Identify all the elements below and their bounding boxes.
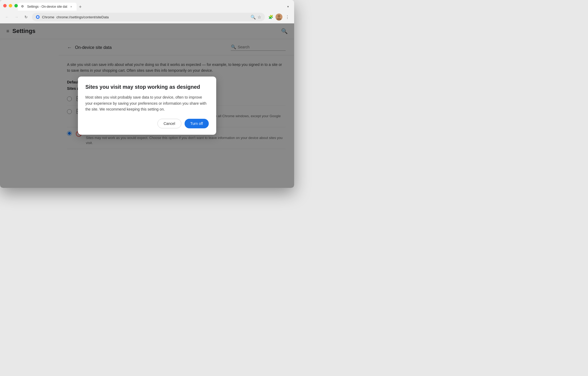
tabs-row: ⚙ Settings - On-device site dat × + [18,3,84,11]
window-menu-button[interactable]: ▾ [285,4,291,10]
chrome-label: Chrome [42,15,54,19]
maximize-button[interactable] [14,4,18,7]
toolbar: ← → ↻ Chrome chrome://settings/content/s… [0,11,294,23]
dialog-title: Sites you visit may stop working as desi… [85,84,209,90]
active-tab[interactable]: ⚙ Settings - On-device site dat × [18,3,77,11]
tab-favicon-icon: ⚙ [21,5,25,9]
address-actions: 🔍 ☆ [251,15,261,20]
minimize-button[interactable] [9,4,12,7]
browser-window: ⚙ Settings - On-device site dat × + ▾ ← … [0,0,294,188]
new-tab-button[interactable]: + [77,3,84,11]
extensions-button[interactable]: 🧩 [267,13,274,21]
svg-point-3 [278,15,280,18]
back-button[interactable]: ← [3,13,11,21]
traffic-lights [3,4,18,7]
chrome-menu-button[interactable]: ⋮ [283,13,291,21]
dialog-body: Most sites you visit probably save data … [85,94,209,112]
confirmation-dialog: Sites you visit may stop working as desi… [78,77,216,134]
address-url: chrome://settings/content/siteData [56,15,248,19]
close-button[interactable] [3,4,7,7]
forward-button[interactable]: → [13,13,20,21]
site-favicon-icon [36,15,40,19]
dialog-actions: Cancel Turn off [85,119,209,128]
zoom-icon[interactable]: 🔍 [251,15,256,20]
modal-overlay: Sites you visit may stop working as desi… [0,23,294,188]
profile-avatar[interactable] [276,14,282,20]
address-bar[interactable]: Chrome chrome://settings/content/siteDat… [32,13,265,21]
settings-page: ≡ Settings 🔍 ← On-device site data 🔍 [0,23,294,188]
svg-point-1 [37,16,39,18]
turn-off-button[interactable]: Turn off [185,119,209,128]
title-bar: ⚙ Settings - On-device site dat × + ▾ [0,0,294,11]
tab-close-button[interactable]: × [69,5,73,9]
tab-title: Settings - On-device site dat [27,5,67,9]
cancel-button[interactable]: Cancel [157,119,181,128]
bookmark-icon[interactable]: ☆ [257,15,261,20]
toolbar-right: 🧩 ⋮ [267,13,291,21]
refresh-button[interactable]: ↻ [22,13,30,21]
